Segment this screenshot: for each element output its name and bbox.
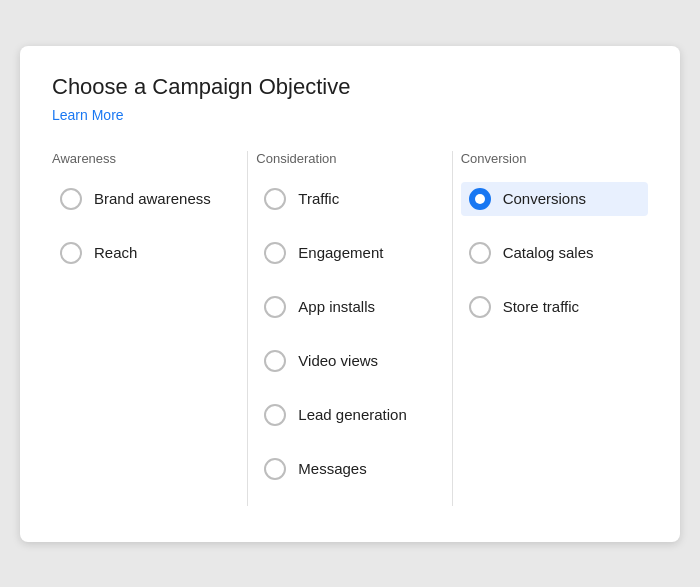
option-brand-awareness[interactable]: Brand awareness: [52, 182, 239, 216]
learn-more-link[interactable]: Learn More: [52, 107, 124, 123]
column-consideration: ConsiderationTrafficEngagementApp instal…: [256, 151, 443, 506]
radio-engagement: [264, 242, 286, 264]
radio-video-views: [264, 350, 286, 372]
option-label-catalog-sales: Catalog sales: [503, 244, 594, 261]
option-store-traffic[interactable]: Store traffic: [461, 290, 648, 324]
radio-brand-awareness: [60, 188, 82, 210]
divider-1: [452, 151, 453, 506]
option-label-conversions: Conversions: [503, 190, 586, 207]
option-conversions[interactable]: Conversions: [461, 182, 648, 216]
campaign-objective-card: Choose a Campaign Objective Learn More A…: [20, 46, 680, 542]
card-title: Choose a Campaign Objective: [52, 74, 648, 100]
option-catalog-sales[interactable]: Catalog sales: [461, 236, 648, 270]
divider-0: [247, 151, 248, 506]
radio-traffic: [264, 188, 286, 210]
option-label-store-traffic: Store traffic: [503, 298, 579, 315]
column-conversion: ConversionConversionsCatalog salesStore …: [461, 151, 648, 344]
option-traffic[interactable]: Traffic: [256, 182, 443, 216]
option-engagement[interactable]: Engagement: [256, 236, 443, 270]
columns-container: AwarenessBrand awarenessReachConsiderati…: [52, 151, 648, 506]
option-lead-generation[interactable]: Lead generation: [256, 398, 443, 432]
radio-conversions: [469, 188, 491, 210]
column-header-consideration: Consideration: [256, 151, 443, 166]
radio-reach: [60, 242, 82, 264]
option-label-lead-generation: Lead generation: [298, 406, 406, 423]
column-header-awareness: Awareness: [52, 151, 239, 166]
radio-store-traffic: [469, 296, 491, 318]
option-label-brand-awareness: Brand awareness: [94, 190, 211, 207]
column-awareness: AwarenessBrand awarenessReach: [52, 151, 239, 290]
radio-messages: [264, 458, 286, 480]
option-reach[interactable]: Reach: [52, 236, 239, 270]
option-label-app-installs: App installs: [298, 298, 375, 315]
radio-app-installs: [264, 296, 286, 318]
option-label-engagement: Engagement: [298, 244, 383, 261]
radio-catalog-sales: [469, 242, 491, 264]
option-label-video-views: Video views: [298, 352, 378, 369]
option-messages[interactable]: Messages: [256, 452, 443, 486]
option-label-reach: Reach: [94, 244, 137, 261]
radio-lead-generation: [264, 404, 286, 426]
column-header-conversion: Conversion: [461, 151, 648, 166]
radio-inner-conversions: [475, 194, 485, 204]
option-video-views[interactable]: Video views: [256, 344, 443, 378]
option-label-traffic: Traffic: [298, 190, 339, 207]
option-app-installs[interactable]: App installs: [256, 290, 443, 324]
option-label-messages: Messages: [298, 460, 366, 477]
